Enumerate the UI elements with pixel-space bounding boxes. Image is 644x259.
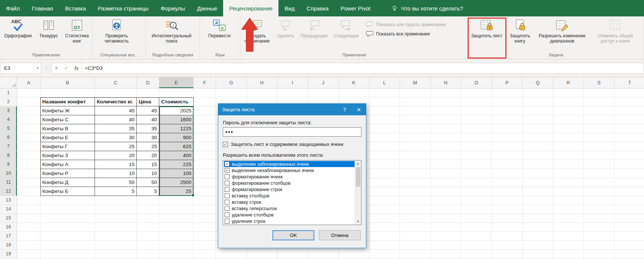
permission-item-4[interactable]: форматирование строк xyxy=(224,186,355,193)
cell-R10[interactable] xyxy=(553,169,584,178)
cell-L18[interactable] xyxy=(369,241,400,250)
cell-R1[interactable] xyxy=(553,88,584,97)
cell-A2[interactable] xyxy=(17,97,40,106)
cell-I1[interactable] xyxy=(277,88,308,97)
cell-B5[interactable]: Конфеты В xyxy=(40,124,95,133)
row-header-10[interactable]: 10 xyxy=(0,169,17,178)
cell-F16[interactable] xyxy=(194,223,216,232)
cell-M2[interactable] xyxy=(400,97,431,106)
cell-T4[interactable] xyxy=(614,115,644,124)
cell-L8[interactable] xyxy=(369,151,400,160)
cell-S13[interactable] xyxy=(584,196,614,205)
cell-Q9[interactable] xyxy=(523,160,553,169)
column-header-C[interactable]: C xyxy=(95,77,137,88)
row-header-6[interactable]: 6 xyxy=(0,133,17,142)
cell-P11[interactable] xyxy=(492,178,523,187)
cell-N19[interactable] xyxy=(431,250,461,259)
cell-P9[interactable] xyxy=(492,160,523,169)
cell-R16[interactable] xyxy=(553,223,584,232)
cell-R17[interactable] xyxy=(553,232,584,241)
cell-F9[interactable] xyxy=(194,160,216,169)
cell-P1[interactable] xyxy=(492,88,523,97)
check-accessibility-button[interactable]: Проверить читаемость xyxy=(97,17,136,44)
cell-A11[interactable] xyxy=(17,178,40,187)
cell-C14[interactable] xyxy=(95,205,137,214)
cell-P16[interactable] xyxy=(492,223,523,232)
cell-N12[interactable] xyxy=(431,187,461,196)
permission-checkbox-6[interactable] xyxy=(225,200,229,205)
cell-S9[interactable] xyxy=(584,160,614,169)
cell-P14[interactable] xyxy=(492,205,523,214)
column-header-N[interactable]: N xyxy=(431,77,461,88)
next-comment-button[interactable]: Следующее xyxy=(330,17,362,38)
cell-E7[interactable]: 625 xyxy=(159,142,194,151)
cell-F18[interactable] xyxy=(194,241,216,250)
cell-A7[interactable] xyxy=(17,142,40,151)
cell-F17[interactable] xyxy=(194,232,216,241)
menu-tab-help[interactable]: Справка xyxy=(301,0,335,16)
permission-item-6[interactable]: вставку строк xyxy=(224,199,355,205)
cell-K1[interactable] xyxy=(339,88,369,97)
cell-P5[interactable] xyxy=(492,124,523,133)
cell-B17[interactable] xyxy=(40,232,95,241)
cell-B8[interactable]: Конфеты З xyxy=(40,151,95,160)
permission-item-3[interactable]: форматирование столбцов xyxy=(224,180,355,186)
cell-N1[interactable] xyxy=(431,88,461,97)
cell-N3[interactable] xyxy=(431,106,461,115)
column-header-L[interactable]: L xyxy=(369,77,400,88)
cell-C1[interactable] xyxy=(95,88,137,97)
permission-checkbox-8[interactable] xyxy=(225,212,229,217)
cell-S6[interactable] xyxy=(584,133,614,142)
row-header-9[interactable]: 9 xyxy=(0,160,17,169)
cell-M1[interactable] xyxy=(400,88,431,97)
cell-A3[interactable] xyxy=(17,106,40,115)
cell-D11[interactable]: 50 xyxy=(137,178,159,187)
cell-M7[interactable] xyxy=(400,142,431,151)
cell-S4[interactable] xyxy=(584,115,614,124)
cell-O6[interactable] xyxy=(461,133,492,142)
cell-C16[interactable] xyxy=(95,223,137,232)
row-header-19[interactable]: 19 xyxy=(0,250,17,259)
column-header-O[interactable]: O xyxy=(461,77,492,88)
cell-M15[interactable] xyxy=(400,214,431,223)
permission-checkbox-7[interactable] xyxy=(225,206,229,211)
cell-D12[interactable]: 5 xyxy=(137,187,159,196)
cell-N18[interactable] xyxy=(431,241,461,250)
cell-L12[interactable] xyxy=(369,187,400,196)
cell-O19[interactable] xyxy=(461,250,492,259)
cell-B13[interactable] xyxy=(40,196,95,205)
tell-me-box[interactable]: Что вы хотите сделать? xyxy=(386,0,468,16)
cell-B7[interactable]: Конфеты Г xyxy=(40,142,95,151)
cell-M6[interactable] xyxy=(400,133,431,142)
row-header-5[interactable]: 5 xyxy=(0,124,17,133)
cell-P8[interactable] xyxy=(492,151,523,160)
cell-Q2[interactable] xyxy=(523,97,553,106)
cell-D19[interactable] xyxy=(137,250,159,259)
cell-L5[interactable] xyxy=(369,124,400,133)
cell-R15[interactable] xyxy=(553,214,584,223)
cell-B6[interactable]: Конфеты Е xyxy=(40,133,95,142)
show-all-comments-button[interactable]: Показать все примечания xyxy=(366,31,446,37)
select-all-corner[interactable] xyxy=(0,77,17,88)
permission-item-9[interactable]: удаление строк xyxy=(224,218,355,224)
cell-M5[interactable] xyxy=(400,124,431,133)
cell-L15[interactable] xyxy=(369,214,400,223)
cell-D18[interactable] xyxy=(137,241,159,250)
cell-C9[interactable]: 15 xyxy=(95,160,137,169)
column-header-M[interactable]: M xyxy=(400,77,431,88)
protect-contents-checkbox-row[interactable]: ✓ Защитить лист и содержимое защищаемых … xyxy=(223,141,361,147)
cell-S15[interactable] xyxy=(584,214,614,223)
cell-S1[interactable] xyxy=(584,88,614,97)
column-header-I[interactable]: I xyxy=(277,77,308,88)
cell-C17[interactable] xyxy=(95,232,137,241)
row-header-4[interactable]: 4 xyxy=(0,115,17,124)
cell-O10[interactable] xyxy=(461,169,492,178)
permission-checkbox-3[interactable] xyxy=(225,181,229,185)
unshare-workbook-button[interactable]: Отменить общий доступ к книге xyxy=(589,17,642,44)
cell-O3[interactable] xyxy=(461,106,492,115)
cell-M13[interactable] xyxy=(400,196,431,205)
cell-C4[interactable]: 40 xyxy=(95,115,137,124)
cell-A17[interactable] xyxy=(17,232,40,241)
cell-D5[interactable]: 35 xyxy=(137,124,159,133)
cell-O5[interactable] xyxy=(461,124,492,133)
